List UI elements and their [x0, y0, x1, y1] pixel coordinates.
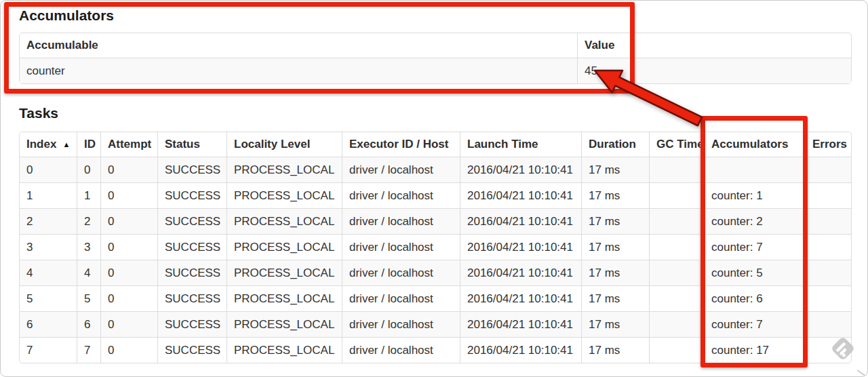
task-cell: 0 [100, 182, 157, 208]
task-cell: PROCESS_LOCAL [226, 285, 342, 311]
col-header-launch-time[interactable]: Launch Time [460, 132, 581, 157]
task-cell: counter: 6 [704, 285, 805, 311]
task-cell [805, 208, 851, 234]
task-cell: counter: 1 [704, 182, 805, 208]
col-header-gc-time[interactable]: GC Time [649, 132, 704, 157]
task-cell: 17 ms [581, 234, 649, 260]
task-cell: 2016/04/21 10:10:41 [460, 285, 581, 311]
task-cell: SUCCESS [157, 208, 226, 234]
task-row: 550SUCCESSPROCESS_LOCALdriver / localhos… [20, 285, 851, 311]
task-cell [649, 337, 704, 363]
sort-asc-icon: ▲ [62, 140, 70, 148]
task-cell [649, 182, 704, 208]
task-row: 000SUCCESSPROCESS_LOCALdriver / localhos… [20, 157, 851, 182]
task-cell: 0 [20, 157, 77, 182]
task-cell: PROCESS_LOCAL [226, 234, 342, 260]
col-header-locality-level[interactable]: Locality Level [226, 132, 342, 157]
task-cell: 0 [77, 157, 100, 182]
task-cell [649, 311, 704, 337]
task-row: 770SUCCESSPROCESS_LOCALdriver / localhos… [20, 337, 851, 363]
task-cell: 4 [20, 260, 77, 285]
col-header-index[interactable]: Index▲ [20, 132, 77, 157]
accumulable-name-cell: counter [20, 58, 577, 83]
task-cell: 17 ms [581, 285, 649, 311]
task-cell: driver / localhost [342, 182, 460, 208]
task-cell: counter: 7 [704, 234, 805, 260]
tasks-table-body: 000SUCCESSPROCESS_LOCALdriver / localhos… [20, 157, 851, 363]
col-header-index-label: Index [26, 138, 56, 151]
task-cell [805, 234, 851, 260]
task-cell [704, 157, 805, 182]
col-header-attempt[interactable]: Attempt [100, 132, 157, 157]
tasks-section-title: Tasks [19, 104, 867, 122]
task-cell: SUCCESS [157, 182, 226, 208]
task-cell: 0 [100, 234, 157, 260]
task-cell: 6 [77, 311, 100, 337]
task-cell: driver / localhost [342, 208, 460, 234]
task-cell [649, 234, 704, 260]
task-cell: 2016/04/21 10:10:41 [460, 157, 581, 182]
task-cell [805, 285, 851, 311]
task-cell: 0 [100, 208, 157, 234]
task-cell: 7 [77, 337, 100, 363]
task-cell: 17 ms [581, 208, 649, 234]
task-cell: PROCESS_LOCAL [226, 337, 342, 363]
task-cell [649, 157, 704, 182]
task-cell: driver / localhost [342, 285, 460, 311]
col-header-value[interactable]: Value [577, 33, 851, 58]
task-cell: 2016/04/21 10:10:41 [460, 260, 581, 285]
task-cell: PROCESS_LOCAL [226, 182, 342, 208]
col-header-status[interactable]: Status [157, 132, 226, 157]
task-cell: 4 [77, 260, 100, 285]
task-cell: 0 [100, 260, 157, 285]
task-cell: SUCCESS [157, 234, 226, 260]
col-header-id[interactable]: ID [77, 132, 100, 157]
task-cell [649, 260, 704, 285]
task-cell: 0 [100, 311, 157, 337]
task-cell: counter: 2 [704, 208, 805, 234]
page-content: Accumulators Accumulable Value counter 4… [1, 1, 867, 363]
task-cell: 2016/04/21 10:10:41 [460, 311, 581, 337]
col-header-executor-id-host[interactable]: Executor ID / Host [342, 132, 460, 157]
task-cell: SUCCESS [157, 311, 226, 337]
task-cell: counter: 7 [704, 311, 805, 337]
task-cell [805, 157, 851, 182]
task-cell: 7 [20, 337, 77, 363]
accumulators-header-row: Accumulable Value [20, 33, 851, 58]
task-cell: PROCESS_LOCAL [226, 260, 342, 285]
task-cell: PROCESS_LOCAL [226, 208, 342, 234]
task-cell: driver / localhost [342, 337, 460, 363]
task-cell: driver / localhost [342, 311, 460, 337]
task-cell [805, 182, 851, 208]
task-cell: 6 [20, 311, 77, 337]
task-cell: counter: 17 [704, 337, 805, 363]
task-cell: 2 [77, 208, 100, 234]
col-header-accumulators[interactable]: Accumulators [704, 132, 805, 157]
task-row: 110SUCCESSPROCESS_LOCALdriver / localhos… [20, 182, 851, 208]
col-header-duration[interactable]: Duration [581, 132, 649, 157]
task-cell: 5 [77, 285, 100, 311]
task-cell: SUCCESS [157, 157, 226, 182]
task-cell: 17 ms [581, 260, 649, 285]
task-cell: SUCCESS [157, 337, 226, 363]
task-cell [805, 311, 851, 337]
accumulable-value-cell: 45 [577, 58, 851, 83]
task-cell: 2 [20, 208, 77, 234]
col-header-errors[interactable]: Errors [805, 132, 851, 157]
task-cell: 2016/04/21 10:10:41 [460, 337, 581, 363]
accumulators-table: Accumulable Value counter 45 [19, 33, 852, 84]
accumulators-section-title: Accumulators [19, 1, 867, 24]
task-cell: 17 ms [581, 311, 649, 337]
accumulator-row: counter 45 [20, 58, 851, 83]
task-cell: driver / localhost [342, 260, 460, 285]
task-cell [649, 208, 704, 234]
task-cell: 3 [20, 234, 77, 260]
task-row: 330SUCCESSPROCESS_LOCALdriver / localhos… [20, 234, 851, 260]
task-cell: 3 [77, 234, 100, 260]
task-cell: SUCCESS [157, 260, 226, 285]
col-header-accumulable[interactable]: Accumulable [20, 33, 577, 58]
tasks-table: Index▲ ID Attempt Status Locality Level … [19, 132, 852, 363]
screenshot-frame: Accumulators Accumulable Value counter 4… [0, 0, 868, 377]
task-cell: 1 [77, 182, 100, 208]
task-cell: PROCESS_LOCAL [226, 311, 342, 337]
